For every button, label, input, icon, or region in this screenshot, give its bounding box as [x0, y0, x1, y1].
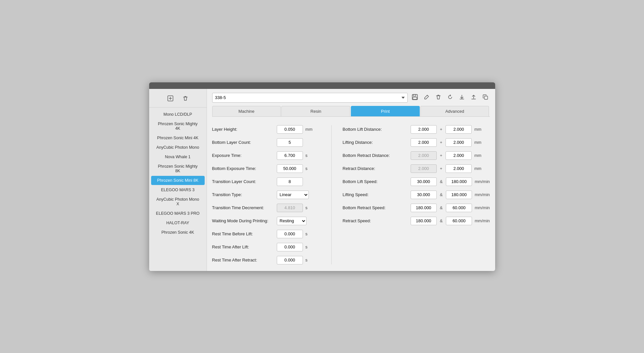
tab-resin[interactable]: Resin	[281, 106, 350, 116]
export-button[interactable]	[469, 93, 478, 102]
form-label-3: Bottom Exposure Time:	[212, 166, 274, 171]
right-form-row-3: Retract Distance:+mm	[343, 164, 490, 173]
form-input-1[interactable]	[277, 138, 303, 147]
sidebar-item-5[interactable]: Phrozen Sonic Mighty 8K	[151, 162, 205, 176]
right-input2-3[interactable]	[446, 164, 472, 173]
form-select-5[interactable]: LinearExponential	[277, 191, 309, 199]
left-form-row-1: Bottom Layer Count:	[212, 138, 320, 147]
form-unit-9: s	[306, 244, 320, 249]
form-label-5: Transition Type:	[212, 192, 274, 197]
left-form-row-8: Rest Time Before Lift:s	[212, 230, 320, 238]
right-form-row-2: Bottom Retract Distance:+mm	[343, 151, 490, 160]
right-input2-5[interactable]	[446, 191, 472, 199]
right-input2-0[interactable]	[446, 125, 472, 134]
right-unit-1: mm	[474, 140, 489, 145]
form-unit-2: s	[306, 153, 320, 158]
form-input-2[interactable]	[277, 151, 303, 160]
sidebar-item-11[interactable]: Phrozen Sonic 4K	[151, 228, 205, 237]
right-form-row-0: Bottom Lift Distance:+mm	[343, 125, 490, 134]
left-form-row-6: Transition Time Decrement:s	[212, 204, 320, 212]
form-label-8: Rest Time Before Lift:	[212, 231, 274, 236]
right-form-col: Bottom Lift Distance:+mmLifting Distance…	[343, 125, 490, 264]
form-input-3[interactable]	[277, 164, 303, 173]
title-bar	[149, 82, 495, 89]
form-label-1: Bottom Layer Count:	[212, 140, 274, 145]
sidebar-item-9[interactable]: ELEGOO MARS 3 PRO	[151, 209, 205, 218]
right-unit-6: mm/min	[475, 205, 490, 210]
right-unit-2: mm	[474, 153, 489, 158]
refresh-button[interactable]	[446, 93, 455, 102]
right-input1-0[interactable]	[411, 125, 437, 134]
sidebar-toolbar	[149, 92, 207, 108]
form-unit-0: mm	[306, 127, 320, 132]
sidebar-item-1[interactable]: Phrozen Sonic Mighty 4K	[151, 119, 205, 133]
right-input2-2[interactable]	[446, 151, 472, 160]
right-form-label-1: Lifting Distance:	[343, 140, 408, 145]
form-input-6[interactable]	[277, 204, 303, 212]
form-select-7[interactable]: RestingMovement	[277, 217, 306, 225]
sidebar-item-3[interactable]: AnyCubic Photon Mono	[151, 143, 205, 152]
right-sep-6: &	[439, 205, 444, 210]
form-label-2: Exposure Time:	[212, 153, 274, 158]
right-unit-3: mm	[474, 166, 489, 171]
right-input1-3[interactable]	[411, 164, 437, 173]
form-input-4[interactable]	[277, 177, 303, 186]
tabs-container: MachineResinPrintAdvanced	[212, 106, 490, 117]
form-input-10[interactable]	[277, 256, 303, 264]
delete-profile-button[interactable]	[434, 93, 443, 102]
right-form-row-4: Bottom Lift Speed:&mm/min	[343, 177, 490, 186]
right-input1-2[interactable]	[411, 151, 437, 160]
right-input2-7[interactable]	[446, 217, 472, 225]
form-label-0: Layer Height:	[212, 127, 274, 132]
right-sep-4: &	[439, 179, 444, 184]
right-input1-6[interactable]	[411, 204, 437, 212]
tab-advanced[interactable]: Advanced	[420, 106, 489, 116]
form-unit-10: s	[306, 258, 320, 262]
left-form-row-4: Transition Layer Count:	[212, 177, 320, 186]
form-unit-6: s	[306, 205, 320, 210]
right-unit-0: mm	[474, 127, 489, 132]
right-sep-2: +	[439, 153, 443, 158]
sidebar-item-8[interactable]: AnyCubic Photon Mono X	[151, 195, 205, 209]
import-button[interactable]	[457, 93, 466, 102]
form-input-9[interactable]	[277, 243, 303, 251]
right-unit-5: mm/min	[475, 192, 490, 197]
right-input2-6[interactable]	[446, 204, 472, 212]
dialog-body: Mono LCD/DLPPhrozen Sonic Mighty 4KPhroz…	[149, 89, 495, 271]
form-label-6: Transition Time Decrement:	[212, 205, 274, 210]
right-input2-4[interactable]	[446, 177, 472, 186]
left-form-row-5: Transition Type:LinearExponential	[212, 191, 320, 199]
form-input-8[interactable]	[277, 230, 303, 238]
right-input1-5[interactable]	[411, 191, 437, 199]
left-form-row-7: Waiting Mode During Printing:RestingMove…	[212, 217, 320, 225]
right-form-label-4: Bottom Lift Speed:	[343, 179, 408, 184]
copy-button[interactable]	[481, 93, 490, 102]
right-sep-0: +	[439, 127, 443, 132]
form-input-0[interactable]	[277, 125, 303, 134]
sidebar-item-4[interactable]: Nova Whale 1	[151, 152, 205, 161]
tab-machine[interactable]: Machine	[212, 106, 281, 116]
right-form-row-7: Retract Speed:&mm/min	[343, 217, 490, 225]
tab-print[interactable]: Print	[351, 106, 420, 116]
right-input1-4[interactable]	[411, 177, 437, 186]
sidebar-delete-button[interactable]	[181, 95, 190, 103]
right-input1-1[interactable]	[411, 138, 437, 147]
sidebar-item-6[interactable]: Phrozen Sonic Mini 8K	[151, 176, 205, 185]
sidebar-add-button[interactable]	[166, 95, 175, 103]
sidebar-item-2[interactable]: Phrozen Sonic Mini 4K	[151, 133, 205, 143]
right-form-row-5: Lifting Speed:&mm/min	[343, 191, 490, 199]
svg-rect-3	[413, 97, 417, 99]
left-form-row-10: Rest Time After Retract:s	[212, 256, 320, 264]
sidebar-item-10[interactable]: HALOT-RAY	[151, 218, 205, 227]
save-profile-button[interactable]	[410, 93, 419, 102]
profile-select[interactable]: 338-5	[212, 93, 408, 103]
right-input1-7[interactable]	[411, 217, 437, 225]
sidebar-item-0[interactable]: Mono LCD/DLP	[151, 110, 205, 119]
edit-profile-button[interactable]	[422, 93, 431, 102]
right-input2-1[interactable]	[446, 138, 472, 147]
sidebar-item-7[interactable]: ELEGOO MARS 3	[151, 185, 205, 194]
left-form-row-3: Bottom Exposure Time:s	[212, 164, 320, 173]
right-form-label-0: Bottom Lift Distance:	[343, 127, 408, 132]
right-sep-1: +	[439, 140, 443, 145]
right-form-label-2: Bottom Retract Distance:	[343, 153, 408, 158]
